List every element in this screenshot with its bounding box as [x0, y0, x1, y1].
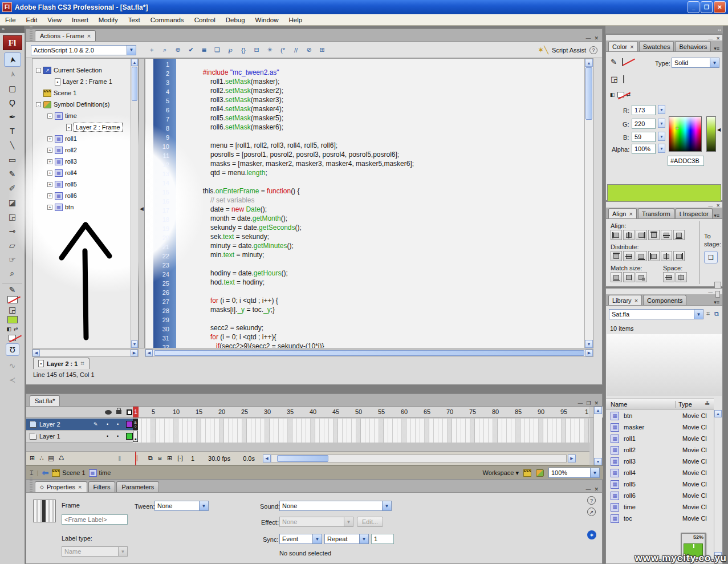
scroll-right-icon[interactable]: ▶: [131, 350, 138, 356]
menu-item[interactable]: Modify: [93, 17, 123, 23]
pencil-tool[interactable]: ✎: [4, 167, 21, 181]
black-white-colors-icon[interactable]: ◧: [6, 326, 11, 332]
frame-rate-value[interactable]: 30.0 fps: [208, 455, 230, 462]
collapse-selection-icon[interactable]: ⊟: [251, 45, 262, 55]
snap-to-objects-icon[interactable]: Ω: [6, 343, 19, 356]
expander-icon[interactable]: [47, 113, 52, 119]
library-item[interactable]: time Movie Cl: [606, 501, 714, 513]
no-color-icon[interactable]: [617, 92, 624, 98]
add-script-icon[interactable]: ＋: [147, 45, 157, 55]
panel-minimize-icon[interactable]: —: [585, 35, 591, 41]
layer-lock-dot[interactable]: •: [117, 421, 119, 427]
code-line[interactable]: 12 qtd = menu.length;: [145, 160, 593, 169]
fill-color-icon[interactable]: ◲: [4, 305, 21, 315]
frame-label-input[interactable]: [62, 514, 128, 525]
tab-actions-frame[interactable]: Actions - Frame: [35, 30, 96, 41]
reference-icon[interactable]: ↗: [587, 508, 596, 516]
rectangle-tool[interactable]: ▭: [4, 152, 21, 167]
brightness-slider[interactable]: [706, 116, 716, 152]
close-tab-icon[interactable]: [78, 484, 82, 490]
dock-restore-icon[interactable]: [714, 282, 721, 289]
no-color-icon[interactable]: [9, 335, 16, 341]
close-tab-icon[interactable]: [630, 43, 633, 50]
alpha-spinner[interactable]: ▼: [658, 144, 665, 153]
scroll-up-icon[interactable]: ▲: [714, 410, 722, 417]
stroke-color-swatch[interactable]: [622, 58, 623, 66]
tree-scrollbar[interactable]: ▲ ▼: [131, 59, 138, 348]
tree-item[interactable]: Current Selection: [32, 64, 138, 76]
close-tab-icon[interactable]: [635, 297, 638, 304]
dock-menu-icon[interactable]: ▪▪: [718, 27, 721, 33]
match-width[interactable]: [611, 272, 622, 282]
scroll-left-icon[interactable]: ◀: [145, 350, 153, 356]
menu-item[interactable]: Insert: [67, 17, 93, 23]
lock-layers-icon[interactable]: [116, 410, 121, 414]
tab-transform[interactable]: Transform: [638, 208, 674, 218]
collapse-pane-icon[interactable]: ◀: [140, 206, 144, 212]
menu-item[interactable]: Window: [250, 17, 284, 23]
panel-close-icon[interactable]: ✕: [594, 35, 599, 41]
expander-icon[interactable]: [47, 205, 52, 210]
window-close-icon[interactable]: ✕: [594, 400, 599, 406]
insert-layer-icon[interactable]: ⊞: [30, 455, 35, 462]
tree-item[interactable]: roll1: [32, 133, 138, 144]
tree-item[interactable]: Layer 2 : Frame 1: [32, 76, 138, 87]
tab-info-inspector[interactable]: t Inspector: [676, 208, 713, 218]
tree-item[interactable]: Symbol Definition(s): [32, 99, 138, 110]
to-stage-button[interactable]: ❑: [704, 251, 718, 263]
minimize-button[interactable]: _: [688, 1, 699, 13]
sound-select[interactable]: None▼: [279, 501, 392, 511]
accessibility-icon[interactable]: ✶: [587, 530, 596, 539]
panel-grip[interactable]: [30, 26, 32, 41]
scroll-down-icon[interactable]: ▼: [714, 552, 722, 559]
layer2-frames[interactable]: a○: [133, 419, 589, 431]
scroll-up-icon[interactable]: ▲: [131, 59, 138, 66]
library-item[interactable]: btn Movie Cl: [606, 410, 714, 421]
tab-filters[interactable]: Filters: [88, 481, 116, 492]
delete-layer-icon[interactable]: ♺: [59, 455, 64, 462]
collapse-between-braces-icon[interactable]: {}: [238, 45, 249, 55]
timeline-hscrollbar[interactable]: [271, 455, 567, 462]
column-type[interactable]: Type: [675, 401, 705, 408]
layer-lock-dot[interactable]: •: [117, 433, 119, 439]
frame-ruler[interactable]: 1 51015202530354045505560657075808590951: [133, 407, 589, 418]
library-scrollbar[interactable]: ▲ ▼: [714, 410, 722, 559]
black-white-colors-icon[interactable]: ◧: [610, 92, 615, 98]
panel-grip[interactable]: [30, 477, 32, 492]
tab-components[interactable]: Components: [643, 295, 686, 305]
menu-item[interactable]: File: [0, 17, 21, 23]
layer-row-layer2[interactable]: Layer 2 ✎ • •: [26, 419, 133, 431]
expand-all-icon[interactable]: ✳: [265, 45, 275, 55]
show-hide-toolbox-icon[interactable]: ⊞: [317, 45, 327, 55]
layer-name[interactable]: Layer 2: [39, 421, 60, 428]
tree-item[interactable]: roll5: [32, 178, 138, 190]
help-icon[interactable]: ?: [589, 46, 597, 54]
debug-options-icon[interactable]: ℘: [225, 45, 235, 55]
help-icon[interactable]: ?: [587, 496, 596, 505]
effect-select[interactable]: None▼: [279, 517, 353, 527]
menu-item[interactable]: Help: [284, 17, 308, 23]
hand-tool[interactable]: ☞: [4, 252, 21, 266]
fill-color-swatch[interactable]: [7, 316, 18, 323]
align-horizontal-center[interactable]: [623, 230, 635, 240]
fill-color-icon[interactable]: ◲: [611, 75, 617, 83]
green-value-input[interactable]: 220: [632, 119, 656, 129]
distribute-right-edge[interactable]: [673, 251, 685, 261]
expander-icon[interactable]: [47, 182, 52, 187]
dock-grip[interactable]: [607, 27, 610, 32]
distribute-top-edge[interactable]: [611, 251, 622, 261]
layer-row-layer1[interactable]: Layer 1 • •: [26, 431, 133, 443]
subselection-tool[interactable]: ➢: [4, 67, 21, 81]
code-line[interactable]: 21 min.text = minuty;: [145, 242, 593, 251]
menu-item[interactable]: Control: [189, 17, 221, 23]
distribute-bottom-edge[interactable]: [636, 251, 647, 261]
close-button[interactable]: ✕: [714, 1, 726, 13]
code-scrollbar[interactable]: ▲ ▼: [584, 59, 593, 348]
swap-colors-icon[interactable]: ⇄: [14, 326, 18, 332]
tree-item[interactable]: roll3: [32, 156, 138, 167]
text-tool[interactable]: T: [4, 124, 21, 138]
code-line[interactable]: 7 roll6.setMask(masker6);: [145, 115, 593, 124]
hex-value-input[interactable]: #ADDC3B: [668, 156, 704, 166]
close-tab-icon[interactable]: [629, 210, 632, 217]
alpha-value-input[interactable]: 100%: [632, 144, 656, 154]
